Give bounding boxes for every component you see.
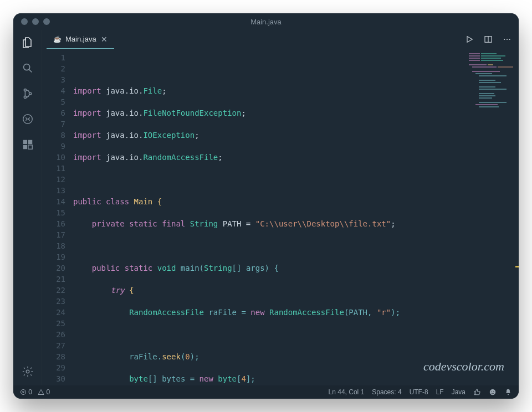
status-warnings[interactable]: 0 xyxy=(38,388,50,396)
minimap[interactable] xyxy=(469,52,515,113)
status-bar: 0 0 Ln 44, Col 1 Spaces: 4 UTF-8 LF Java xyxy=(13,385,519,399)
debug-icon[interactable] xyxy=(21,112,35,126)
line-gutter: 123 456 789 101112 131415 161718 192021 … xyxy=(42,49,73,385)
svg-rect-5 xyxy=(23,140,27,144)
more-actions-icon[interactable] xyxy=(502,34,512,44)
status-line-col[interactable]: Ln 44, Col 1 xyxy=(329,388,365,396)
svg-point-11 xyxy=(504,39,505,40)
minimize-window-button[interactable] xyxy=(32,18,39,25)
svg-point-13 xyxy=(509,39,510,40)
search-icon[interactable] xyxy=(21,61,35,75)
status-bell-icon[interactable] xyxy=(504,388,512,396)
code-content[interactable]: import java.io.File; import java.io.File… xyxy=(73,49,519,385)
status-indent[interactable]: Spaces: 4 xyxy=(372,388,401,396)
svg-point-2 xyxy=(24,96,26,98)
status-encoding[interactable]: UTF-8 xyxy=(410,388,428,396)
source-control-icon[interactable] xyxy=(21,86,35,101)
overview-ruler-marker xyxy=(515,266,519,267)
svg-point-1 xyxy=(24,89,26,91)
titlebar: Main.java xyxy=(13,13,519,30)
close-window-button[interactable] xyxy=(21,18,28,25)
svg-rect-8 xyxy=(28,145,32,149)
editor-actions xyxy=(464,30,512,49)
svg-point-17 xyxy=(493,391,494,392)
tab-close-icon[interactable]: ✕ xyxy=(101,35,108,44)
code-editor[interactable]: 123 456 789 101112 131415 161718 192021 … xyxy=(42,49,519,385)
tab-bar: ☕ Main.java ✕ xyxy=(42,30,519,49)
tab-label: Main.java xyxy=(65,35,96,43)
activity-bar xyxy=(13,30,42,385)
window-title: Main.java xyxy=(13,18,519,26)
editor-window: Main.java xyxy=(13,13,519,399)
settings-gear-icon[interactable] xyxy=(21,364,35,379)
svg-rect-6 xyxy=(28,140,32,144)
status-errors[interactable]: 0 xyxy=(20,388,32,396)
svg-rect-7 xyxy=(23,145,27,149)
window-controls xyxy=(21,18,50,25)
svg-point-12 xyxy=(507,39,508,40)
tab-main-java[interactable]: ☕ Main.java ✕ xyxy=(47,30,114,49)
status-thumbs-icon[interactable] xyxy=(473,388,481,396)
explorer-icon[interactable] xyxy=(21,35,35,50)
svg-point-15 xyxy=(490,389,496,395)
svg-point-9 xyxy=(26,370,29,373)
status-language[interactable]: Java xyxy=(452,388,466,396)
status-eol[interactable]: LF xyxy=(436,388,444,396)
run-icon[interactable] xyxy=(464,34,474,44)
svg-point-16 xyxy=(492,391,492,392)
status-feedback-icon[interactable] xyxy=(489,388,497,396)
svg-point-3 xyxy=(29,92,31,95)
extensions-icon[interactable] xyxy=(21,137,35,152)
java-file-icon: ☕ xyxy=(53,35,61,43)
svg-point-0 xyxy=(23,64,29,70)
zoom-window-button[interactable] xyxy=(43,18,50,25)
split-editor-icon[interactable] xyxy=(483,34,493,44)
